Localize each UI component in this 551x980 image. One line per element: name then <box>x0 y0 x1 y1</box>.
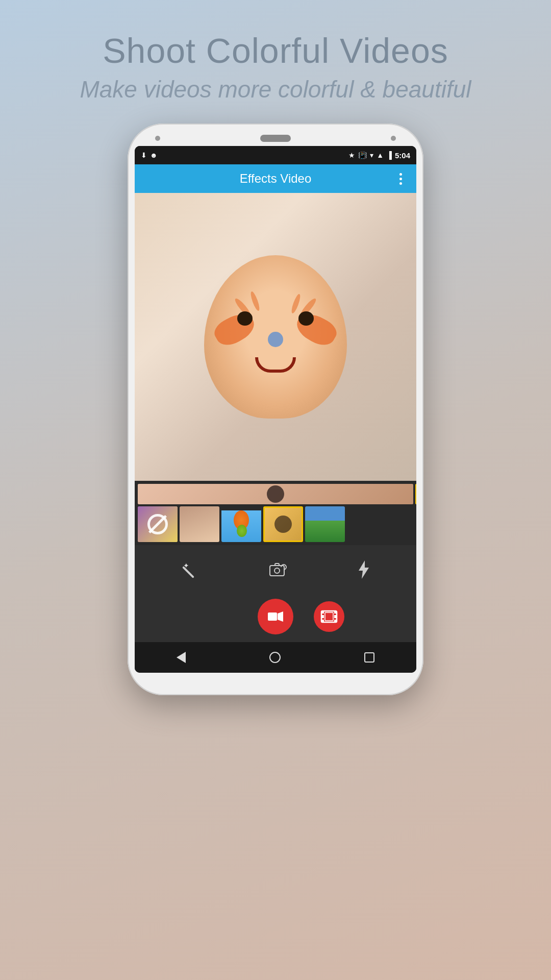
video-camera-icon <box>267 608 284 625</box>
back-triangle-icon <box>177 652 186 663</box>
star-icon: ★ <box>348 151 355 159</box>
status-right-icons: ★ 📳 ▾ ▲ ▐ 5:04 <box>348 151 410 160</box>
svg-rect-7 <box>334 620 337 622</box>
phone-frame: ⬇ ☻ ★ 📳 ▾ ▲ ▐ 5:04 Effects Video <box>128 124 423 695</box>
download-icon: ⬇ <box>141 151 147 159</box>
paint-nose <box>268 332 283 347</box>
home-circle-icon <box>269 652 281 663</box>
thumbnail-landscape[interactable] <box>305 506 345 542</box>
no-circle <box>147 514 168 534</box>
no-symbol-overlay <box>138 506 178 542</box>
svg-marker-0 <box>359 560 369 579</box>
menu-button[interactable] <box>393 173 408 185</box>
flash-icon <box>356 560 371 579</box>
camera-bump-icon <box>274 563 280 566</box>
svg-rect-10 <box>325 612 333 621</box>
svg-rect-6 <box>321 620 324 622</box>
open-gallery-button[interactable] <box>314 601 344 632</box>
face-illustration <box>204 255 347 419</box>
svg-marker-2 <box>278 611 283 622</box>
bottom-controls: ✦ <box>135 545 416 596</box>
eye-left <box>237 311 253 326</box>
tagline-title: Shoot Colorful Videos <box>80 31 471 70</box>
record-video-button[interactable] <box>258 599 293 634</box>
camera-preview <box>135 193 416 481</box>
navigation-bar <box>135 642 416 673</box>
signal-icon: ▲ <box>377 151 384 159</box>
speaker <box>260 135 291 142</box>
menu-dot-1 <box>399 173 402 176</box>
menu-dot-3 <box>399 182 402 185</box>
svg-rect-9 <box>334 615 337 618</box>
flip-camera-button[interactable] <box>269 565 285 576</box>
camera-lens-icon <box>274 568 280 574</box>
status-time: 5:04 <box>395 151 410 160</box>
status-left-icons: ⬇ ☻ <box>141 151 158 159</box>
front-camera <box>155 136 160 141</box>
menu-dot-2 <box>399 178 402 180</box>
thumbnail-1[interactable] <box>138 484 413 504</box>
eye-right <box>298 311 314 326</box>
thumbnail-row-1 <box>138 484 413 504</box>
app-title: Effects Video <box>158 172 393 186</box>
wifi-icon: ▾ <box>370 151 373 159</box>
svg-rect-1 <box>268 612 277 621</box>
thumbnail-woman[interactable] <box>180 506 219 542</box>
phone-bottom-bar <box>135 673 416 688</box>
recents-button[interactable] <box>364 652 374 663</box>
tagline-subtitle: Make videos more colorful & beautiful <box>80 76 471 103</box>
record-area <box>135 596 416 642</box>
thumbnail-balloon[interactable] <box>221 506 261 542</box>
thumbnail-row-2 <box>138 506 413 542</box>
thumbnail-10-selected[interactable] <box>263 506 303 542</box>
thumbnail-2-selected[interactable] <box>415 484 416 504</box>
battery-icon: ▐ <box>387 151 392 159</box>
phone-top-sensors <box>135 131 416 146</box>
recents-square-icon <box>364 652 374 663</box>
phone-screen: ⬇ ☻ ★ 📳 ▾ ▲ ▐ 5:04 Effects Video <box>135 146 416 673</box>
thumbnail-no-symbol[interactable] <box>138 506 178 542</box>
app-bar: Effects Video <box>135 164 416 193</box>
svg-rect-8 <box>321 615 324 618</box>
back-button[interactable] <box>177 652 186 663</box>
film-strip-icon <box>320 608 338 625</box>
effects-wand-button[interactable]: ✦ <box>180 561 198 580</box>
preview-content <box>135 193 416 481</box>
vibrate-icon: 📳 <box>358 151 367 159</box>
home-button[interactable] <box>269 652 281 663</box>
thumbnail-strip <box>135 481 416 545</box>
android-icon: ☻ <box>150 151 158 159</box>
svg-rect-4 <box>321 611 324 614</box>
svg-rect-5 <box>334 611 337 614</box>
sensor <box>391 136 396 141</box>
tagline-area: Shoot Colorful Videos Make videos more c… <box>39 0 512 124</box>
status-bar: ⬇ ☻ ★ 📳 ▾ ▲ ▐ 5:04 <box>135 146 416 164</box>
flash-button[interactable] <box>356 560 371 581</box>
